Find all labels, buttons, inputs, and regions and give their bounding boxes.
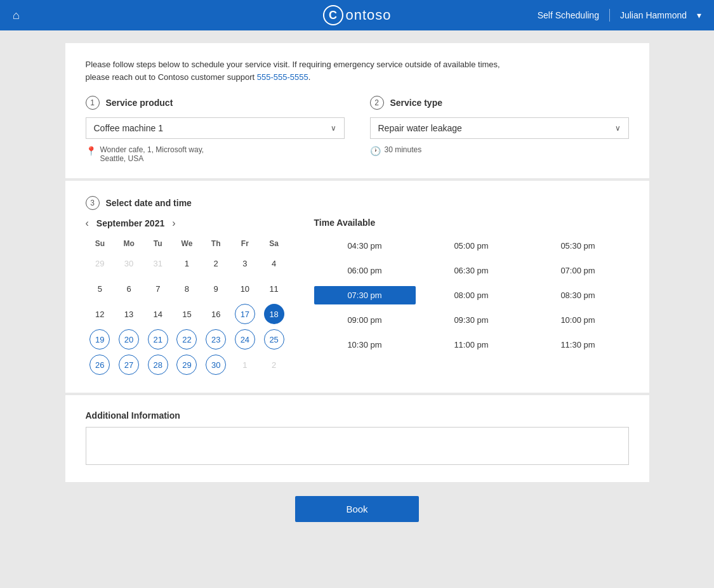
calendar-day[interactable]: 5 <box>89 278 110 299</box>
calendar-prev-btn[interactable]: ‹ <box>86 218 89 229</box>
step-1-header: 1 Service product <box>86 96 345 110</box>
calendar-day[interactable]: 13 <box>119 304 139 324</box>
time-available-section: Time Available 04:30 pm05:00 pm05:30 pm0… <box>314 218 629 377</box>
time-slot[interactable]: 10:30 pm <box>314 336 416 354</box>
calendar-day[interactable]: 15 <box>176 304 197 324</box>
main-content: Please follow steps below to schedule yo… <box>0 30 714 588</box>
calendar-day-range[interactable]: 28 <box>148 355 168 375</box>
calendar-day[interactable]: 11 <box>264 278 284 299</box>
logo-text: ontoso <box>345 7 391 23</box>
calendar-week-row: 19202122232425 <box>86 327 289 352</box>
time-slot[interactable]: 08:30 pm <box>527 286 629 304</box>
cal-day-of-week: Sa <box>260 237 289 251</box>
calendar-day[interactable]: 9 <box>206 278 226 299</box>
calendar-day[interactable]: 7 <box>148 278 168 299</box>
calendar-nav: ‹ September 2021 › <box>86 218 289 229</box>
step-2-section: 2 Service type Repair water leakage ∨ 🕐 … <box>370 96 629 163</box>
location-icon: 📍 <box>86 146 96 156</box>
calendar-day-inactive: 30 <box>119 253 139 273</box>
time-slot[interactable]: 04:30 pm <box>314 237 416 255</box>
calendar-day-range[interactable]: 24 <box>235 329 255 350</box>
cal-day-of-week: Su <box>86 237 115 251</box>
calendar-day-inactive: 2 <box>264 355 284 375</box>
additional-label: Additional Information <box>86 410 629 421</box>
user-menu[interactable]: Julian Hammond <box>620 10 687 20</box>
step-1-section: 1 Service product Coffee machine 1 ∨ 📍 W… <box>86 96 345 163</box>
calendar-day[interactable]: 16 <box>206 304 226 324</box>
cal-day-of-week: Th <box>201 237 230 251</box>
calendar-day-range[interactable]: 23 <box>206 329 226 350</box>
time-slot[interactable]: 05:30 pm <box>527 237 629 255</box>
step-3-header: 3 Select date and time <box>86 196 629 210</box>
time-slot[interactable]: 06:00 pm <box>314 261 416 280</box>
logo-circle: C <box>322 5 343 25</box>
calendar-day-range[interactable]: 25 <box>264 329 284 350</box>
service-product-dropdown[interactable]: Coffee machine 1 ∨ <box>86 117 345 139</box>
time-slot[interactable]: 05:00 pm <box>421 237 522 255</box>
support-phone-link[interactable]: 555-555-5555 <box>257 72 308 82</box>
book-button[interactable]: Book <box>295 496 418 522</box>
calendar-next-btn[interactable]: › <box>172 218 175 229</box>
calendar-day-range[interactable]: 20 <box>119 329 139 350</box>
calendar-day-range[interactable]: 19 <box>89 329 110 350</box>
user-dropdown-arrow[interactable]: ▾ <box>697 10 701 20</box>
calendar-day-range[interactable]: 29 <box>176 355 197 375</box>
step-2-number: 2 <box>370 96 384 110</box>
calendar-day[interactable]: 6 <box>119 278 139 299</box>
time-slot[interactable]: 10:00 pm <box>527 311 629 329</box>
calendar-day-range[interactable]: 22 <box>176 329 197 350</box>
header: ⌂ C ontoso Self Scheduling Julian Hammon… <box>0 0 714 30</box>
time-slot[interactable]: 07:00 pm <box>527 261 629 280</box>
time-slot[interactable]: 08:00 pm <box>421 286 522 304</box>
step-3-number: 3 <box>86 196 100 210</box>
calendar-day-range[interactable]: 26 <box>89 355 110 375</box>
calendar-day[interactable]: 4 <box>264 253 284 273</box>
step-3-title: Select date and time <box>106 198 192 208</box>
service-product-value: Coffee machine 1 <box>94 123 163 133</box>
header-right: Self Scheduling Julian Hammond ▾ <box>538 9 701 22</box>
duration-info: 🕐 30 minutes <box>370 145 629 156</box>
time-slot[interactable]: 09:30 pm <box>421 311 522 329</box>
service-product-arrow: ∨ <box>331 124 336 133</box>
calendar-day[interactable]: 10 <box>235 278 255 299</box>
calendar-week-row: 2930311234 <box>86 251 289 276</box>
calendar-day-selected[interactable]: 18 <box>264 304 284 324</box>
calendar-day-range[interactable]: 27 <box>119 355 139 375</box>
time-slot[interactable]: 09:00 pm <box>314 311 416 329</box>
logo-c-letter: C <box>329 9 337 22</box>
calendar-day-inactive: 29 <box>89 253 110 273</box>
step-3-card: 3 Select date and time ‹ September 2021 … <box>65 181 649 393</box>
step-2-title: Service type <box>390 98 443 108</box>
steps-1-2-card: Please follow steps below to schedule yo… <box>65 43 649 178</box>
calendar-day[interactable]: 12 <box>89 304 110 324</box>
calendar: ‹ September 2021 › SuMoTuWeThFrSa 293031… <box>86 218 289 377</box>
calendar-day[interactable]: 8 <box>176 278 197 299</box>
header-divider <box>609 9 610 22</box>
time-slot[interactable]: 11:30 pm <box>527 336 629 354</box>
calendar-grid: SuMoTuWeThFrSa 2930311234567891011121314… <box>86 237 289 377</box>
time-slot[interactable]: 07:30 pm <box>314 286 416 304</box>
calendar-day[interactable]: 2 <box>206 253 226 273</box>
calendar-week-row: 262728293012 <box>86 352 289 377</box>
service-type-arrow: ∨ <box>615 124 621 133</box>
calendar-day[interactable]: 1 <box>176 253 197 273</box>
calendar-day-today[interactable]: 17 <box>235 304 255 324</box>
date-time-section: ‹ September 2021 › SuMoTuWeThFrSa 293031… <box>86 218 629 377</box>
home-icon[interactable]: ⌂ <box>13 9 20 22</box>
calendar-day-inactive: 31 <box>148 253 168 273</box>
service-type-dropdown[interactable]: Repair water leakage ∨ <box>370 117 629 139</box>
cal-day-of-week: Tu <box>143 237 173 251</box>
calendar-day[interactable]: 14 <box>148 304 168 324</box>
calendar-day-range[interactable]: 30 <box>206 355 226 375</box>
calendar-month-year: September 2021 <box>96 218 164 228</box>
time-slot[interactable]: 06:30 pm <box>421 261 522 280</box>
calendar-day-range[interactable]: 21 <box>148 329 168 350</box>
calendar-day[interactable]: 3 <box>235 253 255 273</box>
intro-paragraph: Please follow steps below to schedule yo… <box>86 58 629 83</box>
calendar-header-row: SuMoTuWeThFrSa <box>86 237 289 251</box>
time-slot[interactable]: 11:00 pm <box>421 336 522 354</box>
additional-input[interactable] <box>86 427 629 465</box>
cal-day-of-week: We <box>173 237 202 251</box>
self-scheduling-label: Self Scheduling <box>538 10 599 20</box>
service-type-value: Repair water leakage <box>378 123 462 133</box>
